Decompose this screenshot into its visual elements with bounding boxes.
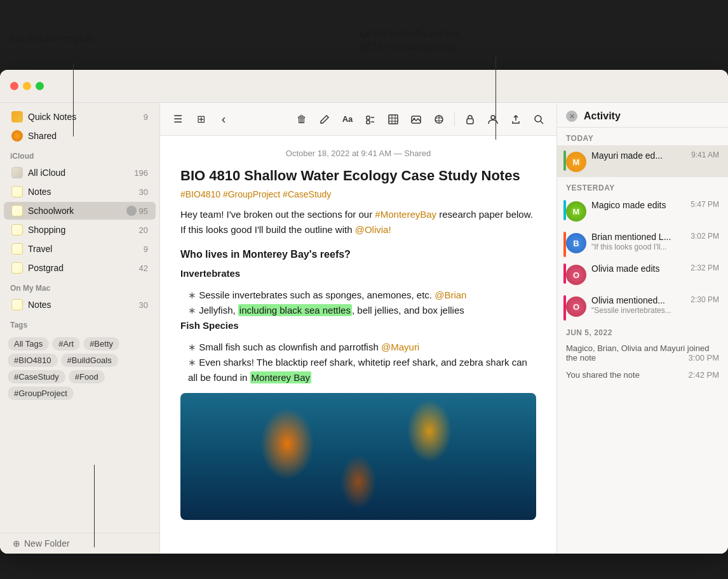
share-button[interactable] <box>506 109 526 130</box>
note-hashtags[interactable]: #BIO4810 #GroupProject #CaseStudy <box>180 189 536 199</box>
tag-bio4810[interactable]: #BIO4810 <box>8 354 58 367</box>
sidebar-item-count: 9 <box>144 244 148 254</box>
svg-rect-4 <box>389 115 398 124</box>
tags-container: All Tags#Art#Betty#BIO4810#BuildGoals#Ca… <box>8 337 152 400</box>
sidebar-item-label: Notes <box>28 187 139 197</box>
sidebar-item-shared[interactable]: Shared <box>4 127 156 145</box>
activity-content: TODAY M Mayuri made ed... 9:41 AM YESTER… <box>557 128 728 554</box>
sidebar-item-label: Quick Notes <box>28 112 144 122</box>
sidebar-item-label: Postgrad <box>28 263 139 273</box>
jun5-label: JUN 5, 2022 <box>557 322 728 340</box>
tag-casestudy[interactable]: #CaseStudy <box>8 370 65 383</box>
monterey-link[interactable]: #MontereyBay <box>375 209 436 220</box>
sidebar-item-label: Shopping <box>28 225 139 235</box>
activity-info-magico: Magico made edits <box>591 200 685 210</box>
sidebar-item-travel[interactable]: Travel 9 <box>4 240 156 258</box>
activity-panel: ✕ Activity TODAY M Mayuri made ed... 9:4… <box>556 103 728 554</box>
sidebar-item-label: Shared <box>28 131 148 141</box>
activity-header: ✕ Activity <box>557 103 728 128</box>
svg-rect-13 <box>467 119 473 124</box>
icloud-section-label: iCloud <box>0 145 159 163</box>
tag-buildgoals[interactable]: #BuildGoals <box>61 354 118 367</box>
mayuri-time: 9:41 AM <box>691 150 719 159</box>
activity-item-olivia1[interactable]: O Olivia made edits 2:32 PM <box>557 258 728 290</box>
minimize-button[interactable] <box>23 82 31 90</box>
lock-button[interactable] <box>460 109 480 130</box>
tag-all tags[interactable]: All Tags <box>8 337 49 350</box>
activity-item-olivia2[interactable]: O Olivia mentioned... "Sessile invertebr… <box>557 290 728 322</box>
bullet-sharks: Even sharks! The blacktip reef shark, wh… <box>188 355 536 385</box>
table-button[interactable] <box>383 109 403 130</box>
tag-betty[interactable]: #Betty <box>83 337 119 350</box>
tag-art[interactable]: #Art <box>52 337 80 350</box>
new-folder-button[interactable]: ⊕ New Folder <box>0 533 159 554</box>
compose-button[interactable] <box>314 109 335 130</box>
tag-groupproject[interactable]: #GroupProject <box>8 387 74 400</box>
all-icloud-icon <box>11 167 23 178</box>
link-button[interactable] <box>429 109 449 130</box>
shared-icon <box>11 130 23 142</box>
maximize-button[interactable] <box>36 82 44 90</box>
sidebar-item-label: Notes <box>28 300 139 310</box>
olivia2-name: Olivia mentioned... <box>591 295 685 305</box>
sidebar-item-schoolwork[interactable]: Schoolwork 95 <box>4 202 156 220</box>
sidebar-item-notes-mac[interactable]: Notes 30 <box>4 296 156 314</box>
checklist-button[interactable] <box>360 109 381 130</box>
sidebar-item-count: 30 <box>139 300 148 310</box>
activity-info-mayuri: Mayuri made ed... <box>591 150 686 161</box>
olivia-mention[interactable]: @Olivia! <box>355 224 391 235</box>
sidebar-item-label: Travel <box>28 244 144 254</box>
bullet-jellyfish: Jellyfish, including black sea nettles, … <box>188 303 536 318</box>
sidebar-item-all-icloud[interactable]: All iCloud 196 <box>4 164 156 182</box>
activity-info-olivia2: Olivia mentioned... "Sessile invertebrat… <box>591 295 685 315</box>
invertebrates-list: Sessile invertebrates such as sponges, a… <box>180 288 536 318</box>
magico-avatar: M <box>566 201 586 222</box>
media-button[interactable] <box>406 109 426 130</box>
tags-section-label: Tags <box>0 314 159 332</box>
sidebar-item-shopping[interactable]: Shopping 20 <box>4 221 156 239</box>
activity-info-olivia1: Olivia made edits <box>591 263 685 274</box>
collaborators-button[interactable] <box>483 109 503 130</box>
olivia1-time: 2:32 PM <box>691 263 719 272</box>
sidebar-item-count: 30 <box>139 187 148 197</box>
highlight-black-sea-nettles: including black sea nettles <box>238 304 352 316</box>
intro-paragraph: Hey team! I've broken out the sections f… <box>180 207 536 237</box>
note-date: October 18, 2022 at 9:41 AM — Shared <box>180 149 536 158</box>
activity-item-brian[interactable]: B Brian mentioned L... "If this looks go… <box>557 227 728 258</box>
close-button[interactable] <box>10 82 18 90</box>
sidebar-item-count: 42 <box>139 263 148 273</box>
back-button[interactable]: ‹ <box>213 109 234 130</box>
sidebar-item-postgrad[interactable]: Postgrad 42 <box>4 259 156 277</box>
activity-joined: Magico, Brian, Olivia and Mayuri joined … <box>557 340 728 366</box>
sidebar-item-count: 196 <box>134 168 148 178</box>
postgrad-icon <box>11 262 23 274</box>
invertebrates-heading: Invertebrates <box>180 266 536 281</box>
olivia2-avatar: O <box>566 296 586 317</box>
note-body: Hey team! I've broken out the sections f… <box>180 207 536 521</box>
new-folder-label: New Folder <box>24 538 70 549</box>
yesterday-label: YESTERDAY <box>557 177 728 195</box>
format-button[interactable]: Aa <box>337 109 358 130</box>
brian-mention[interactable]: @Brian <box>435 290 466 300</box>
activity-info-brian: Brian mentioned L... "If this looks good… <box>591 232 685 251</box>
annotation-bottom-left: เลือกหาแท็กของคุณ <box>83 556 165 571</box>
search-button[interactable] <box>529 109 549 130</box>
activity-item-mayuri[interactable]: M Mayuri made ed... 9:41 AM <box>557 145 728 177</box>
svg-rect-2 <box>367 121 370 124</box>
tags-grid: All Tags#Art#Betty#BIO4810#BuildGoals#Ca… <box>0 332 159 405</box>
grid-view-button[interactable]: ⊞ <box>191 109 211 130</box>
activity-item-magico[interactable]: M Magico made edits 5:47 PM <box>557 195 728 227</box>
shopping-icon <box>11 224 23 236</box>
activity-close-button[interactable]: ✕ <box>566 110 577 122</box>
quick-notes-icon <box>11 111 23 123</box>
note-title[interactable]: BIO 4810 Shallow Water Ecology Case Stud… <box>180 167 536 185</box>
list-view-button[interactable]: ☰ <box>168 109 188 130</box>
tag-food[interactable]: #Food <box>69 370 105 383</box>
mayuri-mention[interactable]: @Mayuri <box>381 342 419 352</box>
activity-title: Activity <box>584 110 621 122</box>
sidebar-item-notes-icloud[interactable]: Notes 30 <box>4 183 156 201</box>
today-label: TODAY <box>557 128 728 145</box>
magico-name: Magico made edits <box>591 200 685 210</box>
delete-button[interactable]: 🗑 <box>292 109 312 130</box>
sidebar-item-quick-notes[interactable]: Quick Notes 9 <box>4 108 156 126</box>
